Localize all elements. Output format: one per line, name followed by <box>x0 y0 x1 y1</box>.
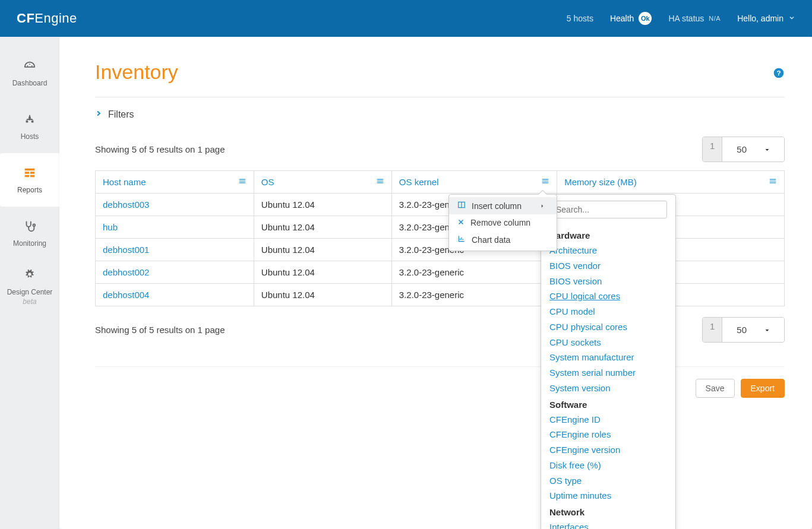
user-menu[interactable]: Hello, admin <box>737 14 795 23</box>
page-title: Inventory <box>95 61 178 84</box>
cell-kernel: 3.2.0-23-generic <box>391 284 557 306</box>
table-row: debhost001Ubuntu 12.043.2.0-23-generic <box>96 239 785 261</box>
sidebar-item-label: Monitoring <box>13 239 46 248</box>
col-hostname[interactable]: Host name <box>96 171 254 194</box>
cell-kernel: 3.2.0-23-generic <box>391 261 557 284</box>
submenu-option[interactable]: Interfaces <box>549 520 667 529</box>
cell-os: Ubuntu 12.04 <box>254 216 391 239</box>
table-row: debhost004Ubuntu 12.043.2.0-23-generic <box>96 284 785 306</box>
submenu-option[interactable]: System serial number <box>549 365 667 381</box>
logo-cf: CF <box>17 11 34 26</box>
logo[interactable]: CFEngine <box>17 11 77 26</box>
table-row: debhost002Ubuntu 12.043.2.0-23-generic <box>96 261 785 284</box>
submenu-option[interactable]: CFEngine version <box>549 442 667 458</box>
col-memory[interactable]: Memory size (MB) <box>557 171 785 194</box>
svg-point-0 <box>33 224 36 226</box>
menu-icon[interactable] <box>238 177 247 187</box>
submenu-option[interactable]: CPU logical cores <box>549 289 667 304</box>
menu-icon[interactable] <box>769 177 777 187</box>
cell-hostname: debhost004 <box>96 284 254 306</box>
gauge-icon <box>23 59 36 79</box>
results-text: Showing 5 of 5 results on 1 page <box>95 144 225 154</box>
export-button[interactable]: Export <box>741 379 785 398</box>
columns-icon <box>457 201 472 211</box>
filters-toggle[interactable]: Filters <box>95 97 785 132</box>
menu-icon[interactable] <box>541 177 549 187</box>
page-number[interactable]: 1 <box>703 137 722 161</box>
page-size-select[interactable]: 50 <box>722 318 784 342</box>
page-number[interactable]: 1 <box>703 318 722 342</box>
svg-text:?: ? <box>776 69 781 77</box>
host-link[interactable]: debhost004 <box>103 290 149 300</box>
network-icon <box>23 113 36 132</box>
ctx-remove-column[interactable]: Remove column <box>449 214 557 231</box>
results-text: Showing 5 of 5 results on 1 page <box>95 325 225 335</box>
submenu-option[interactable]: Architecture <box>549 243 667 258</box>
table-row: debhost003Ubuntu 12.043.2.0-23-generic <box>96 194 785 216</box>
ha-status[interactable]: HA status N/A <box>668 14 721 23</box>
cell-hostname: hub <box>96 216 254 239</box>
pager-bottom: 1 50 <box>702 317 785 343</box>
sidebar-item-label: Dashboard <box>12 79 48 87</box>
sidebar-item-label: Design Center <box>7 288 53 296</box>
sidebar-item-dashboard[interactable]: Dashboard <box>0 46 59 100</box>
submenu-option[interactable]: CPU model <box>549 304 667 319</box>
page-size-select[interactable]: 50 <box>722 137 784 161</box>
cell-os: Ubuntu 12.04 <box>254 194 391 216</box>
chart-icon <box>457 235 472 245</box>
col-os[interactable]: OS <box>254 171 391 194</box>
sidebar: Dashboard Hosts Reports Monitoring Desig… <box>0 37 59 529</box>
submenu-option[interactable]: Disk free (%) <box>549 458 667 473</box>
submenu-group-header: Software <box>549 400 667 410</box>
sidebar-item-reports[interactable]: Reports <box>0 153 59 207</box>
host-link[interactable]: debhost001 <box>103 245 149 255</box>
submenu-option[interactable]: BIOS version <box>549 274 667 289</box>
main-panel: Inventory ? Filters Showing 5 of 5 resul… <box>59 37 812 529</box>
beta-label: beta <box>23 297 36 306</box>
ctx-insert-column[interactable]: Insert column <box>449 197 557 214</box>
col-kernel[interactable]: OS kernel <box>391 171 557 194</box>
help-icon[interactable]: ? <box>773 61 785 84</box>
caret-down-icon <box>757 321 777 338</box>
column-context-menu: Insert column Remove column Chart data <box>448 194 557 251</box>
hosts-count[interactable]: 5 hosts <box>567 14 593 23</box>
inventory-table: Host name OS OS kernel Memory size (MB) <box>95 170 785 306</box>
host-link[interactable]: debhost002 <box>103 267 149 277</box>
submenu-option[interactable]: OS type <box>549 473 667 489</box>
host-link[interactable]: hub <box>103 222 118 232</box>
submenu-option[interactable]: CPU sockets <box>549 335 667 350</box>
cell-hostname: debhost001 <box>96 239 254 261</box>
sidebar-item-design-center[interactable]: Design Center beta <box>0 260 59 313</box>
results-summary-top: Showing 5 of 5 results on 1 page 1 50 <box>95 132 785 170</box>
submenu-option[interactable]: CFEngine roles <box>549 427 667 442</box>
results-summary-bottom: Showing 5 of 5 results on 1 page 1 50 <box>95 306 785 351</box>
insert-column-submenu: HardwareArchitectureBIOS vendorBIOS vers… <box>541 194 676 529</box>
sidebar-item-label: Hosts <box>21 132 39 141</box>
column-search-input[interactable] <box>549 201 667 218</box>
submenu-option[interactable]: Uptime minutes <box>549 488 667 503</box>
cell-os: Ubuntu 12.04 <box>254 239 391 261</box>
chevron-right-icon <box>540 201 551 211</box>
close-icon <box>457 218 470 227</box>
submenu-group-header: Hardware <box>549 230 667 240</box>
cell-os: Ubuntu 12.04 <box>254 284 391 306</box>
action-bar: Save Export <box>95 366 785 398</box>
submenu-option[interactable]: System manufacturer <box>549 350 667 365</box>
cell-hostname: debhost002 <box>96 261 254 284</box>
chevron-right-icon <box>95 109 108 120</box>
save-button[interactable]: Save <box>696 379 735 398</box>
menu-icon[interactable] <box>376 177 384 187</box>
sidebar-item-monitoring[interactable]: Monitoring <box>0 207 59 260</box>
ok-badge: Ok <box>639 12 652 25</box>
submenu-option[interactable]: BIOS vendor <box>549 258 667 274</box>
health-status[interactable]: Health Ok <box>610 12 652 25</box>
submenu-option[interactable]: System version <box>549 381 667 396</box>
cell-os: Ubuntu 12.04 <box>254 261 391 284</box>
pager-top: 1 50 <box>702 137 785 162</box>
submenu-option[interactable]: CFEngine ID <box>549 412 667 427</box>
host-link[interactable]: debhost003 <box>103 199 149 210</box>
ctx-chart-data[interactable]: Chart data <box>449 231 557 248</box>
sidebar-item-hosts[interactable]: Hosts <box>0 100 59 153</box>
submenu-option[interactable]: CPU physical cores <box>549 319 667 335</box>
sidebar-item-label: Reports <box>17 186 42 194</box>
